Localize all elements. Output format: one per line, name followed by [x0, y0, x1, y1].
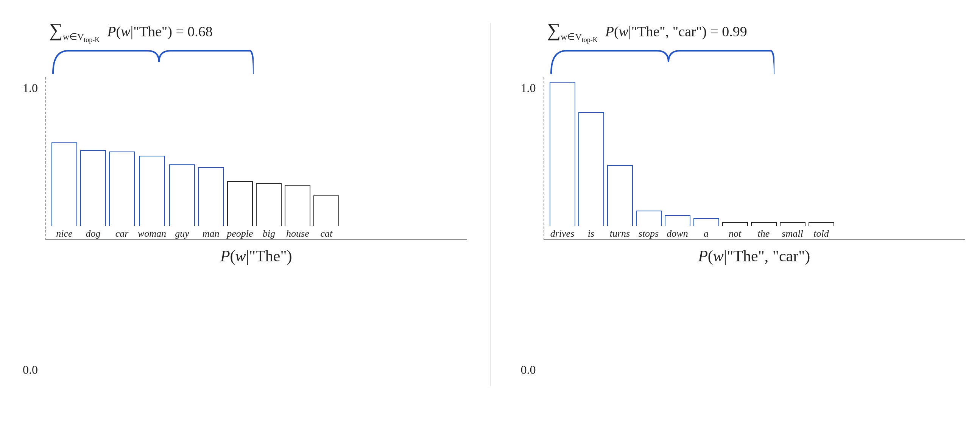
main-container: ∑w∈Vtop-K P(w|"The") = 0.68 1.0 0.0 nice	[0, 0, 980, 428]
bar-drives: drives	[550, 82, 575, 240]
bar-car: car	[109, 152, 135, 240]
left-y-bottom: 0.0	[23, 363, 38, 377]
bar-small: small	[780, 222, 805, 240]
panel-divider	[490, 23, 490, 386]
left-formula: ∑w∈Vtop-K P(w|"The") = 0.68	[49, 19, 467, 43]
right-y-bottom: 0.0	[521, 363, 536, 377]
bar-a: a	[694, 218, 719, 240]
bar-people: people	[227, 181, 253, 240]
bar-stops: stops	[636, 211, 662, 240]
right-chart-area: 1.0 0.0 drives is turns stops	[513, 77, 965, 420]
bar-nice: nice	[51, 142, 77, 240]
bar-dog: dog	[80, 150, 106, 240]
right-y-top: 1.0	[521, 81, 536, 95]
bar-cat: cat	[313, 195, 339, 240]
bar-down: down	[665, 215, 690, 240]
bar-woman: woman	[138, 156, 166, 240]
left-chart-area: 1.0 0.0 nice dog car woman	[15, 77, 467, 420]
bar-guy: guy	[169, 164, 195, 240]
bar-the: the	[751, 222, 777, 240]
left-brace	[49, 43, 467, 77]
left-x-title: P(w|"The")	[45, 247, 467, 265]
left-y-top: 1.0	[23, 81, 38, 95]
bar-is: is	[578, 112, 604, 240]
left-bars-wrapper: nice dog car woman guy	[45, 77, 467, 240]
bar-told: told	[808, 222, 834, 240]
bar-turns: turns	[607, 165, 633, 240]
right-formula: ∑w∈Vtop-K P(w|"The", "car") = 0.99	[547, 19, 965, 43]
right-brace-svg	[547, 43, 775, 77]
right-brace	[547, 43, 965, 77]
bar-not: not	[722, 222, 748, 240]
left-chart-panel: ∑w∈Vtop-K P(w|"The") = 0.68 1.0 0.0 nice	[15, 8, 467, 420]
bar-house: house	[285, 185, 310, 240]
right-bars-wrapper: drives is turns stops down	[544, 77, 965, 240]
right-chart-panel: ∑w∈Vtop-K P(w|"The", "car") = 0.99 1.0 0…	[513, 8, 965, 420]
left-brace-svg	[49, 43, 254, 77]
bar-big: big	[256, 183, 282, 240]
right-x-title: P(w|"The", "car")	[544, 247, 965, 265]
bar-man: man	[198, 167, 224, 240]
